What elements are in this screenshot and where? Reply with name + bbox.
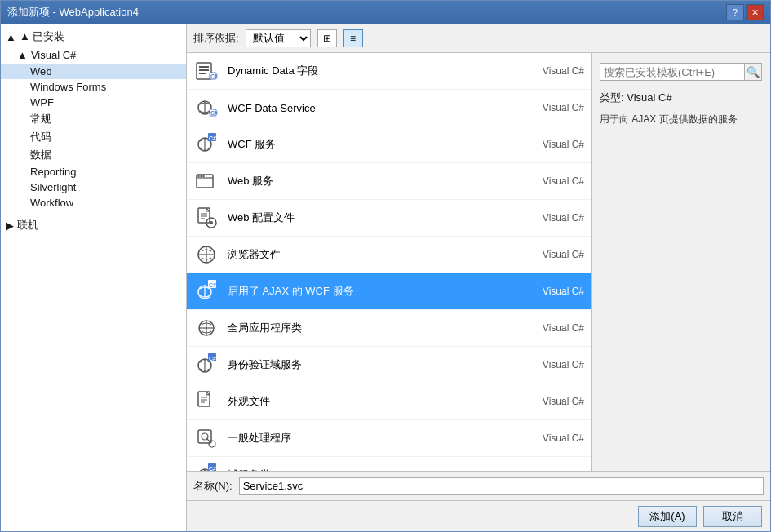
right-panel: 排序依据: 默认值 名称 类型 ⊞ ≡ — [187, 24, 770, 531]
handler-name: 一般处理程序 — [228, 431, 511, 446]
svg-rect-3 — [199, 73, 206, 74]
template-item-wcf-data-service[interactable]: C# WCF Data Service Visual C# — [187, 90, 591, 126]
general-label: 常规 — [30, 112, 51, 126]
bottom-bar: 名称(N): — [187, 471, 770, 500]
sidebar-item-web[interactable]: Web — [1, 64, 186, 79]
web-config-type: Visual C# — [519, 212, 584, 224]
svg-text:C#: C# — [210, 73, 218, 79]
wcf-data-service-icon: C# — [193, 95, 219, 121]
sidebar-item-windows-forms[interactable]: Windows Forms — [1, 79, 186, 95]
skin-icon — [193, 388, 219, 415]
dynamic-data-icon: C# — [193, 58, 219, 84]
toolbar: 排序依据: 默认值 名称 类型 ⊞ ≡ — [187, 24, 770, 53]
svg-line-48 — [206, 438, 210, 442]
online-triangle-icon: ▶ — [6, 219, 14, 232]
windows-forms-label: Windows Forms — [30, 81, 106, 93]
web-label: Web — [30, 65, 52, 78]
sidebar-item-general[interactable]: 常规 — [1, 110, 186, 128]
template-item-dynamic-data[interactable]: C# Dynamic Data 字段 Visual C# — [187, 53, 591, 90]
search-button[interactable]: 🔍 — [745, 63, 762, 81]
auth-service-icon: C# — [193, 352, 219, 378]
browser-file-name: 浏览器文件 — [228, 247, 511, 262]
sort-select[interactable]: 默认值 名称 类型 — [246, 29, 311, 47]
window-title: 添加新项 - WebApplication4 — [7, 5, 139, 20]
sidebar-item-workflow[interactable]: Workflow — [1, 195, 186, 211]
visual-csharp-triangle-icon: ▲ — [17, 49, 28, 61]
sidebar-item-data[interactable]: 数据 — [1, 146, 186, 164]
workflow-label: Workflow — [30, 197, 73, 209]
web-service-type: Visual C# — [519, 175, 584, 187]
browser-file-icon — [193, 242, 219, 268]
svg-point-16 — [197, 175, 199, 177]
skin-type: Visual C# — [519, 396, 584, 407]
info-type: 类型: Visual C# — [600, 91, 762, 105]
split-area: C# Dynamic Data 字段 Visual C# — [187, 53, 770, 471]
cancel-button[interactable]: 取消 — [703, 506, 762, 527]
template-item-auth-service[interactable]: C# 身份验证域服务 Visual C# — [187, 347, 591, 383]
sidebar-visual-csharp-header[interactable]: ▲ Visual C# — [1, 47, 186, 64]
wcf-service-name: WCF 服务 — [228, 137, 511, 152]
name-input[interactable] — [239, 477, 764, 495]
code-label: 代码 — [30, 130, 51, 144]
browser-file-type: Visual C# — [519, 249, 584, 260]
svg-rect-1 — [199, 66, 209, 68]
sidebar-online-header[interactable]: ▶ 联机 — [1, 215, 186, 235]
online-label: 联机 — [17, 218, 38, 233]
list-icon: ≡ — [350, 33, 356, 44]
search-input[interactable] — [600, 63, 745, 81]
sidebar-installed-header[interactable]: ▲ ▲ 已安装 — [1, 27, 186, 47]
view-grid-button[interactable]: ⊞ — [317, 29, 337, 47]
global-app-name: 全局应用程序类 — [228, 321, 511, 335]
template-item-web-service[interactable]: Web 服务 Visual C# — [187, 163, 591, 200]
help-button[interactable]: ? — [726, 4, 744, 20]
auth-service-type: Visual C# — [519, 359, 584, 370]
web-service-name: Web 服务 — [228, 174, 511, 188]
info-panel: 🔍 类型: Visual C# 用于向 AJAX 页提供数据的服务 — [591, 53, 770, 471]
add-button[interactable]: 添加(A) — [638, 506, 697, 527]
template-item-domain-service[interactable]: C# 域服务类 Visual C# — [187, 457, 591, 471]
svg-rect-2 — [199, 69, 209, 71]
sidebar-item-wpf[interactable]: WPF — [1, 95, 186, 110]
visual-csharp-label: Visual C# — [31, 49, 76, 61]
template-item-handler[interactable]: 一般处理程序 Visual C# — [187, 420, 591, 457]
handler-icon — [193, 425, 219, 451]
template-item-wcf-service[interactable]: C# WCF 服务 Visual C# — [187, 126, 591, 163]
web-config-name: Web 配置文件 — [228, 211, 511, 225]
search-container: 🔍 — [600, 63, 762, 81]
svg-point-25 — [210, 221, 213, 224]
grid-icon: ⊞ — [323, 33, 331, 44]
dynamic-data-name: Dynamic Data 字段 — [228, 64, 511, 78]
close-button[interactable]: ✕ — [746, 4, 764, 20]
svg-text:C#: C# — [209, 135, 216, 141]
wcf-data-service-name: WCF Data Service — [228, 102, 511, 114]
info-description: 用于向 AJAX 页提供数据的服务 — [600, 112, 762, 126]
svg-text:C#: C# — [209, 282, 216, 288]
handler-type: Visual C# — [519, 432, 584, 444]
list-area: C# Dynamic Data 字段 Visual C# — [187, 53, 770, 471]
web-config-icon — [193, 205, 219, 231]
data-label: 数据 — [30, 148, 51, 162]
sidebar-item-code[interactable]: 代码 — [1, 128, 186, 146]
title-bar: 添加新项 - WebApplication4 ? ✕ — [1, 1, 770, 24]
skin-name: 外观文件 — [228, 394, 511, 409]
footer: 添加(A) 取消 — [187, 500, 770, 531]
web-service-icon — [193, 168, 219, 194]
wcf-data-service-type: Visual C# — [519, 102, 584, 113]
svg-point-17 — [200, 175, 202, 177]
template-item-skin[interactable]: 外观文件 Visual C# — [187, 383, 591, 420]
wcf-service-type: Visual C# — [519, 139, 584, 150]
template-item-ajax-wcf[interactable]: C# 启用了 AJAX 的 WCF 服务 Visual C# — [187, 273, 591, 310]
template-item-browser-file[interactable]: 浏览器文件 Visual C# Web 配置文件 — [187, 237, 591, 273]
sort-label: 排序依据: — [193, 31, 239, 46]
domain-service-icon: C# — [193, 462, 219, 471]
sidebar-item-reporting[interactable]: Reporting — [1, 164, 186, 180]
view-list-button[interactable]: ≡ — [343, 29, 363, 47]
search-icon: 🔍 — [747, 66, 760, 78]
template-list-container[interactable]: C# Dynamic Data 字段 Visual C# — [187, 53, 591, 471]
content-split: C# Dynamic Data 字段 Visual C# — [187, 53, 770, 471]
template-item-global-app[interactable]: 全局应用程序类 Visual C# — [187, 310, 591, 347]
global-app-icon — [193, 315, 219, 341]
template-item-web-config[interactable]: Web 配置文件 Visual C# — [187, 200, 591, 237]
dynamic-data-type: Visual C# — [519, 65, 584, 77]
sidebar-item-silverlight[interactable]: Silverlight — [1, 180, 186, 195]
